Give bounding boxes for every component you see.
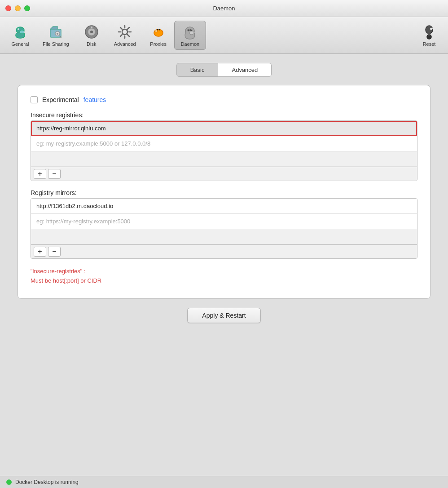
status-bar: Docker Desktop is running	[0, 476, 448, 488]
svg-point-21	[155, 30, 158, 32]
svg-point-1	[20, 30, 24, 34]
toolbar-item-advanced[interactable]: Advanced	[107, 21, 143, 50]
insecure-registry-add-button[interactable]: +	[34, 169, 46, 179]
svg-line-17	[127, 27, 129, 29]
registry-mirror-add-button[interactable]: +	[34, 247, 46, 257]
titlebar: Daemon	[0, 0, 448, 17]
svg-point-29	[191, 29, 192, 30]
registry-mirror-row-0[interactable]: http://f1361db2.m.daocloud.io	[31, 199, 417, 214]
file-sharing-label: File Sharing	[43, 41, 69, 47]
proxies-icon	[150, 24, 167, 40]
toolbar-item-reset[interactable]: Reset	[415, 21, 444, 49]
toolbar-item-general[interactable]: General	[4, 21, 36, 50]
insecure-registries-label: Insecure registries:	[31, 111, 417, 119]
registry-mirror-empty	[31, 229, 417, 244]
apply-restart-button[interactable]: Apply & Restart	[187, 308, 260, 323]
minimize-button[interactable]	[15, 5, 21, 11]
general-icon	[12, 24, 28, 40]
svg-point-9	[91, 27, 92, 28]
svg-point-28	[189, 29, 189, 30]
toolbar-item-proxies[interactable]: Proxies	[143, 21, 174, 50]
svg-point-27	[190, 29, 193, 31]
maximize-button[interactable]	[24, 5, 30, 11]
insecure-registry-remove-button[interactable]: −	[48, 169, 61, 179]
error-message: "insecure-registries" : Must be host[:po…	[31, 267, 417, 286]
reset-label: Reset	[423, 41, 436, 47]
disk-label: Disk	[87, 41, 96, 47]
error-line1: "insecure-registries" :	[31, 267, 417, 276]
svg-line-16	[127, 35, 129, 36]
main-content: Basic Advanced Experimental features Ins…	[0, 54, 448, 476]
status-indicator	[6, 479, 12, 485]
svg-line-15	[120, 27, 122, 29]
svg-point-10	[122, 29, 127, 35]
experimental-checkbox[interactable]	[31, 96, 38, 103]
registry-mirrors-label: Registry mirrors:	[31, 189, 417, 196]
svg-line-18	[120, 35, 122, 36]
registry-mirrors-list: http://f1361db2.m.daocloud.io eg: https:…	[31, 198, 417, 259]
insecure-registry-placeholder: eg: my-registry.example:5000 or 127.0.0.…	[31, 136, 417, 151]
settings-panel: Experimental features Insecure registrie…	[18, 85, 430, 299]
svg-point-8	[90, 31, 93, 33]
insecure-registry-empty	[31, 151, 417, 167]
svg-point-22	[157, 29, 158, 31]
experimental-features-link[interactable]: features	[83, 96, 106, 103]
insecure-registry-row-0[interactable]: https://reg-mirror.qiniu.com	[31, 121, 417, 136]
svg-point-2	[18, 28, 19, 30]
registry-mirror-placeholder: eg: https://my-registry.example:5000	[31, 214, 417, 229]
svg-point-23	[158, 29, 160, 31]
status-text: Docker Desktop is running	[15, 479, 79, 485]
svg-point-25	[189, 31, 194, 35]
experimental-label: Experimental	[42, 96, 79, 103]
tab-switcher: Basic Advanced	[176, 63, 272, 77]
svg-point-5	[57, 33, 58, 35]
toolbar-item-disk[interactable]: Disk	[76, 21, 107, 50]
insecure-registries-list: https://reg-mirror.qiniu.com eg: my-regi…	[31, 120, 417, 181]
insecure-registries-controls: + −	[31, 167, 417, 181]
tab-advanced[interactable]: Advanced	[218, 63, 271, 76]
svg-rect-32	[428, 32, 430, 35]
svg-point-26	[188, 29, 190, 31]
advanced-label: Advanced	[114, 41, 136, 47]
registry-mirror-remove-button[interactable]: −	[48, 247, 61, 257]
daemon-icon	[182, 24, 198, 40]
disk-icon	[83, 24, 100, 40]
insecure-registries-section: Insecure registries: https://reg-mirror.…	[31, 111, 417, 181]
toolbar-item-file-sharing[interactable]: File Sharing	[36, 21, 76, 50]
tab-basic[interactable]: Basic	[177, 63, 218, 76]
experimental-row: Experimental features	[31, 96, 417, 103]
toolbar: General File Sharing Disk	[0, 17, 448, 54]
close-button[interactable]	[5, 5, 11, 11]
reset-icon	[421, 24, 437, 40]
registry-mirrors-controls: + −	[31, 244, 417, 258]
window-title: Daemon	[213, 5, 235, 12]
proxies-label: Proxies	[150, 41, 167, 47]
file-sharing-icon	[48, 24, 64, 40]
advanced-icon	[117, 24, 133, 40]
window-controls	[5, 5, 30, 11]
registry-mirrors-section: Registry mirrors: http://f1361db2.m.daoc…	[31, 189, 417, 259]
daemon-label: Daemon	[181, 41, 200, 47]
bottom-area: Apply & Restart	[187, 299, 260, 328]
general-label: General	[11, 41, 29, 47]
error-line2: Must be host[:port] or CIDR	[31, 276, 417, 286]
toolbar-item-daemon[interactable]: Daemon	[174, 21, 206, 50]
